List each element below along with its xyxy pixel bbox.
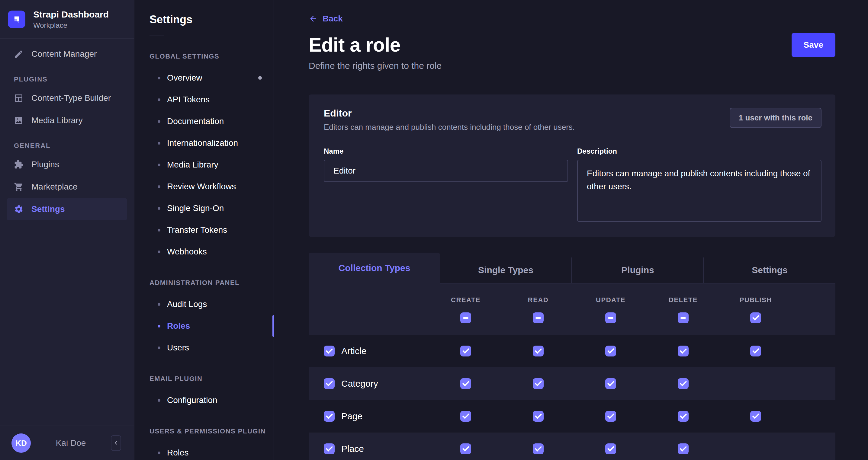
role-description-text: Editors can manage and publish contents … (324, 123, 575, 132)
article-delete-checkbox[interactable] (678, 346, 689, 357)
sidebar-item-media-library[interactable]: Media Library (7, 109, 127, 132)
update-all-checkbox[interactable] (605, 313, 616, 323)
bullet-icon (158, 303, 160, 306)
column-delete: DELETE (647, 296, 719, 323)
user-profile: KD Kai Doe (0, 426, 134, 460)
place-delete-checkbox[interactable] (678, 443, 689, 454)
back-label: Back (322, 14, 343, 24)
article-publish-checkbox[interactable] (750, 346, 761, 357)
page-publish-checkbox[interactable] (750, 411, 761, 422)
page-header: Edit a role Save (309, 33, 835, 57)
sidebar-item-label: Plugins (31, 160, 59, 169)
row-label-cell: Place (309, 443, 430, 454)
read-all-checkbox[interactable] (533, 313, 544, 323)
name-input[interactable] (324, 160, 568, 182)
bullet-icon (158, 325, 160, 328)
pencil-icon (14, 49, 24, 59)
subnav-list-users-permissions: Roles (134, 442, 274, 460)
main-sidebar: Strapi Dashboard Workplace Content Manag… (0, 0, 134, 460)
workspace-switcher[interactable]: Strapi Dashboard Workplace (0, 0, 134, 38)
bullet-icon (158, 185, 160, 188)
sidebar-item-content-manager[interactable]: Content Manager (7, 43, 127, 65)
category-delete-checkbox[interactable] (678, 378, 689, 389)
tab-single-types[interactable]: Single Types (440, 258, 571, 284)
subnav-item-transfer-tokens[interactable]: Transfer Tokens (134, 219, 274, 241)
sidebar-item-plugins[interactable]: Plugins (7, 153, 127, 176)
workspace-subtitle: Workplace (33, 21, 109, 30)
description-textarea[interactable]: Editors can manage and publish contents … (577, 160, 822, 222)
sidebar-nav: Content Manager PLUGINS Content-Type Bui… (0, 39, 134, 426)
create-all-checkbox[interactable] (460, 313, 471, 323)
subnav-item-overview[interactable]: Overview (134, 67, 274, 89)
description-label: Description (577, 147, 822, 156)
subnav-item-single-sign-on[interactable]: Single Sign-On (134, 197, 274, 219)
subnav-item-review-workflows[interactable]: Review Workflows (134, 176, 274, 197)
table-row-article: Article (309, 335, 835, 367)
strapi-logo-icon (8, 10, 25, 28)
workspace-text: Strapi Dashboard Workplace (33, 9, 109, 30)
subnav-group-email-plugin: EMAIL PLUGIN (150, 375, 274, 383)
article-read-checkbox[interactable] (533, 346, 544, 357)
subnav-item-users[interactable]: Users (134, 337, 274, 359)
row-label-cell: Page (309, 411, 430, 422)
subnav-item-roles[interactable]: Roles (134, 315, 274, 337)
row-label: Category (341, 379, 378, 389)
subnav-item-audit-logs[interactable]: Audit Logs (134, 293, 274, 315)
tab-settings[interactable]: Settings (704, 258, 835, 284)
user-name: Kai Doe (31, 438, 111, 448)
sidebar-item-content-type-builder[interactable]: Content-Type Builder (7, 87, 127, 109)
row-checkbox-page[interactable] (324, 411, 335, 422)
category-update-checkbox[interactable] (605, 378, 616, 389)
role-name-heading: Editor (324, 108, 575, 119)
sidebar-item-marketplace[interactable]: Marketplace (7, 176, 127, 198)
bullet-icon (158, 164, 160, 166)
subnav-item-webhooks[interactable]: Webhooks (134, 241, 274, 263)
save-button[interactable]: Save (792, 33, 835, 57)
column-header-create: CREATE (451, 296, 480, 304)
subnav-item-documentation[interactable]: Documentation (134, 110, 274, 132)
subnav-item-up-roles[interactable]: Roles (134, 442, 274, 460)
subnav-item-internationalization[interactable]: Internationalization (134, 132, 274, 154)
page-create-checkbox[interactable] (460, 411, 471, 422)
back-link[interactable]: Back (309, 14, 343, 24)
bullet-icon (158, 452, 160, 454)
subnav-list-admin: Audit Logs Roles Users (134, 293, 274, 359)
place-read-checkbox[interactable] (533, 443, 544, 454)
page-delete-checkbox[interactable] (678, 411, 689, 422)
row-checkbox-category[interactable] (324, 378, 335, 389)
column-publish: PUBLISH (719, 296, 792, 323)
avatar[interactable]: KD (11, 433, 31, 453)
gear-icon (14, 204, 24, 214)
puzzle-icon (14, 160, 24, 169)
publish-all-checkbox[interactable] (750, 313, 761, 323)
sidebar-item-label: Settings (31, 204, 65, 214)
users-with-role-button[interactable]: 1 user with this role (730, 108, 822, 128)
back-arrow-icon (309, 14, 318, 23)
row-checkbox-place[interactable] (324, 443, 335, 454)
page-update-checkbox[interactable] (605, 411, 616, 422)
subnav-item-media-library[interactable]: Media Library (134, 154, 274, 176)
category-create-checkbox[interactable] (460, 378, 471, 389)
subnav-title: Settings (150, 13, 274, 26)
delete-all-checkbox[interactable] (678, 313, 689, 323)
page-read-checkbox[interactable] (533, 411, 544, 422)
main-content: Back Edit a role Save Define the rights … (274, 0, 868, 460)
column-create: CREATE (430, 296, 502, 323)
row-checkbox-article[interactable] (324, 346, 335, 357)
subnav-group-users-permissions-plugin: USERS & PERMISSIONS PLUGIN (150, 427, 274, 435)
sidebar-item-settings[interactable]: Settings (7, 198, 127, 220)
place-update-checkbox[interactable] (605, 443, 616, 454)
table-row-page: Page (309, 400, 835, 432)
category-read-checkbox[interactable] (533, 378, 544, 389)
bullet-icon (158, 98, 160, 101)
article-update-checkbox[interactable] (605, 346, 616, 357)
subnav-item-api-tokens[interactable]: API Tokens (134, 89, 274, 110)
subnav-item-configuration[interactable]: Configuration (134, 389, 274, 411)
place-create-checkbox[interactable] (460, 443, 471, 454)
tab-plugins[interactable]: Plugins (571, 258, 704, 284)
tab-collection-types[interactable]: Collection Types (309, 253, 440, 284)
bullet-icon (158, 120, 160, 123)
collapse-sidebar-button[interactable] (111, 435, 121, 451)
article-create-checkbox[interactable] (460, 346, 471, 357)
name-label: Name (324, 147, 568, 156)
